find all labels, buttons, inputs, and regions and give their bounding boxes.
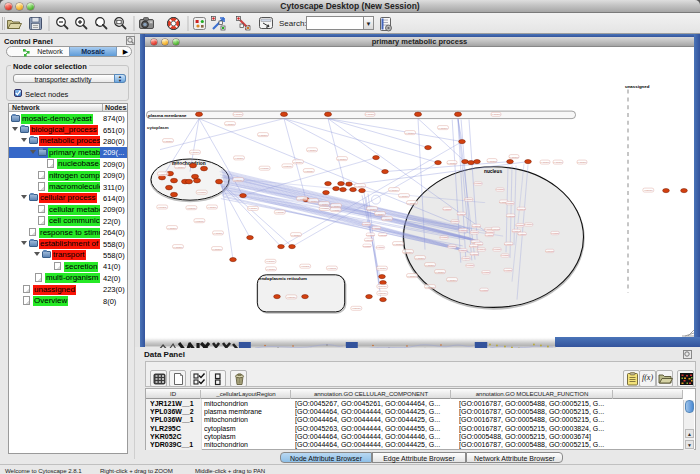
svg-text:(Yxxxxx): (Yxxxxx) xyxy=(470,232,478,234)
svg-text:(Yxxxxx): (Yxxxxx) xyxy=(470,245,478,247)
svg-text:(Yxxxxx): (Yxxxxx) xyxy=(457,213,465,215)
svg-text:(Yxxxxx): (Yxxxxx) xyxy=(283,165,292,167)
svg-text:(Yxxxxx): (Yxxxxx) xyxy=(176,166,185,168)
svg-text:(Yxxxxx): (Yxxxxx) xyxy=(390,189,399,191)
svg-text:(Yxxxxx): (Yxxxxx) xyxy=(260,167,269,169)
svg-text:(Yxxxxx): (Yxxxxx) xyxy=(320,208,329,210)
svg-text:(Yxxxxx): (Yxxxxx) xyxy=(208,206,217,208)
svg-text:(Yxxxxx): (Yxxxxx) xyxy=(158,206,167,208)
svg-text:(Yxxxxx): (Yxxxxx) xyxy=(352,308,361,310)
svg-text:nucleus: nucleus xyxy=(484,169,502,174)
svg-text:(Yxxxxx): (Yxxxxx) xyxy=(235,157,244,159)
svg-text:(Yxxxxx): (Yxxxxx) xyxy=(488,160,497,162)
svg-text:(Yxxxxx): (Yxxxxx) xyxy=(187,207,196,209)
svg-text:(Yxxxxx): (Yxxxxx) xyxy=(266,261,275,263)
svg-text:(Yxxxxx): (Yxxxxx) xyxy=(400,195,409,197)
svg-text:(Yxxxxx): (Yxxxxx) xyxy=(485,234,493,236)
svg-text:(Yxxxxx): (Yxxxxx) xyxy=(308,149,317,151)
svg-text:(Yxxxxx): (Yxxxxx) xyxy=(174,246,183,248)
svg-text:(Yxxxxx): (Yxxxxx) xyxy=(376,247,384,249)
svg-text:(Yxxxxx): (Yxxxxx) xyxy=(416,257,425,259)
svg-text:(Yxxxxx): (Yxxxxx) xyxy=(338,158,347,160)
svg-text:(Yxxxxx): (Yxxxxx) xyxy=(501,255,509,257)
svg-text:(Yxxxxx): (Yxxxxx) xyxy=(379,234,387,236)
svg-text:(Yxxxxx): (Yxxxxx) xyxy=(492,228,500,230)
svg-text:(Yxxxxx): (Yxxxxx) xyxy=(477,249,485,251)
svg-text:(Yxxxxx): (Yxxxxx) xyxy=(332,205,341,207)
svg-text:(Yxxxxx): (Yxxxxx) xyxy=(506,202,514,204)
svg-text:(Yxxxxx): (Yxxxxx) xyxy=(404,251,413,253)
svg-text:(Yxxxxx): (Yxxxxx) xyxy=(213,248,222,250)
svg-text:(Yxxxxx): (Yxxxxx) xyxy=(551,232,559,234)
svg-text:(Yxxxxx): (Yxxxxx) xyxy=(459,229,467,231)
svg-text:(Yxxxxx): (Yxxxxx) xyxy=(426,286,435,288)
svg-text:(Yxxxxx): (Yxxxxx) xyxy=(448,279,457,281)
svg-text:(Yxxxxx): (Yxxxxx) xyxy=(510,156,519,158)
svg-text:(Yxxxxx): (Yxxxxx) xyxy=(443,208,451,210)
svg-text:(Yxxxxx): (Yxxxxx) xyxy=(372,227,380,229)
svg-text:(Yxxxxx): (Yxxxxx) xyxy=(451,221,459,223)
svg-text:(Yxxxxx): (Yxxxxx) xyxy=(474,183,482,185)
svg-text:(Yxxxxx): (Yxxxxx) xyxy=(426,264,435,266)
svg-text:(Yxxxxx): (Yxxxxx) xyxy=(365,239,373,241)
svg-text:(Yxxxxx): (Yxxxxx) xyxy=(226,123,235,125)
svg-text:(Yxxxxx): (Yxxxxx) xyxy=(197,191,206,193)
svg-text:(Yxxxxx): (Yxxxxx) xyxy=(448,246,456,248)
svg-text:(Yxxxxx): (Yxxxxx) xyxy=(356,185,365,187)
svg-text:(Yxxxxx): (Yxxxxx) xyxy=(249,208,258,210)
svg-text:(Yxxxxx): (Yxxxxx) xyxy=(436,271,445,273)
svg-text:(Yxxxxx): (Yxxxxx) xyxy=(301,265,310,267)
svg-text:(Yxxxxx): (Yxxxxx) xyxy=(518,233,526,235)
svg-text:(Yxxxxx): (Yxxxxx) xyxy=(439,127,448,129)
svg-text:endoplasmic reticulum: endoplasmic reticulum xyxy=(259,277,307,282)
svg-text:(Yxxxxx): (Yxxxxx) xyxy=(191,151,200,153)
svg-text:plasma membrane: plasma membrane xyxy=(148,113,187,118)
svg-text:(Yxxxxx): (Yxxxxx) xyxy=(327,267,336,269)
svg-text:(Yxxxxx): (Yxxxxx) xyxy=(234,179,243,181)
svg-text:(Yxxxxx): (Yxxxxx) xyxy=(465,199,473,201)
svg-text:(Yxxxxx): (Yxxxxx) xyxy=(578,161,587,163)
svg-text:(Yxxxxx): (Yxxxxx) xyxy=(505,243,513,245)
svg-text:(Yxxxxx): (Yxxxxx) xyxy=(368,208,377,210)
svg-text:(Yxxxxx): (Yxxxxx) xyxy=(366,114,375,116)
svg-text:(Yxxxxx): (Yxxxxx) xyxy=(363,245,371,247)
svg-text:(Yxxxxx): (Yxxxxx) xyxy=(378,286,387,288)
svg-text:(Yxxxxx): (Yxxxxx) xyxy=(275,211,284,213)
svg-text:(Yxxxxx): (Yxxxxx) xyxy=(525,224,533,226)
svg-text:(Yxxxxx): (Yxxxxx) xyxy=(298,198,307,200)
svg-text:(Yxxxxx): (Yxxxxx) xyxy=(448,162,457,164)
svg-text:(Yxxxxx): (Yxxxxx) xyxy=(554,161,563,163)
svg-text:(Yxxxxx): (Yxxxxx) xyxy=(493,249,501,251)
svg-text:(Yxxxxx): (Yxxxxx) xyxy=(440,237,448,239)
svg-text:(Yxxxxx): (Yxxxxx) xyxy=(496,189,504,191)
svg-text:(Yxxxxx): (Yxxxxx) xyxy=(470,253,478,255)
svg-text:(Yxxxxx): (Yxxxxx) xyxy=(294,161,303,163)
svg-text:(Yxxxxx): (Yxxxxx) xyxy=(292,234,301,236)
svg-text:(Yxxxxx): (Yxxxxx) xyxy=(406,132,415,134)
svg-text:(Yxxxxx): (Yxxxxx) xyxy=(512,230,520,232)
svg-text:(Yxxxxx): (Yxxxxx) xyxy=(214,232,223,234)
svg-text:(Yxxxxx): (Yxxxxx) xyxy=(517,208,525,210)
svg-text:(Yxxxxx): (Yxxxxx) xyxy=(309,200,318,202)
svg-text:(Yxxxxx): (Yxxxxx) xyxy=(383,218,392,220)
svg-text:(Yxxxxx): (Yxxxxx) xyxy=(516,224,524,226)
svg-text:(Yxxxxx): (Yxxxxx) xyxy=(408,202,417,204)
svg-text:(Yxxxxx): (Yxxxxx) xyxy=(546,250,554,252)
svg-text:(Yxxxxx): (Yxxxxx) xyxy=(362,223,370,225)
svg-text:(Yxxxxx): (Yxxxxx) xyxy=(504,269,512,271)
svg-text:(Yxxxxx): (Yxxxxx) xyxy=(168,227,177,229)
svg-text:unassigned: unassigned xyxy=(625,84,650,89)
svg-text:(Yxxxxx): (Yxxxxx) xyxy=(378,267,387,269)
svg-text:(Yxxxxx): (Yxxxxx) xyxy=(267,268,276,270)
svg-text:(Yxxxxx): (Yxxxxx) xyxy=(158,173,167,175)
svg-text:(Yxxxxx): (Yxxxxx) xyxy=(367,234,375,236)
svg-text:(Yxxxxx): (Yxxxxx) xyxy=(492,114,501,116)
svg-text:(Yxxxxx): (Yxxxxx) xyxy=(378,292,387,294)
svg-text:(Yxxxxx): (Yxxxxx) xyxy=(466,265,474,267)
svg-text:(Yxxxxx): (Yxxxxx) xyxy=(164,140,173,142)
svg-text:(Yxxxxx): (Yxxxxx) xyxy=(459,249,467,251)
svg-text:(Yxxxxx): (Yxxxxx) xyxy=(195,220,204,222)
svg-text:(Yxxxxx): (Yxxxxx) xyxy=(331,209,340,211)
svg-text:(Yxxxxx): (Yxxxxx) xyxy=(287,296,296,298)
svg-text:(Yxxxxx): (Yxxxxx) xyxy=(394,243,403,245)
